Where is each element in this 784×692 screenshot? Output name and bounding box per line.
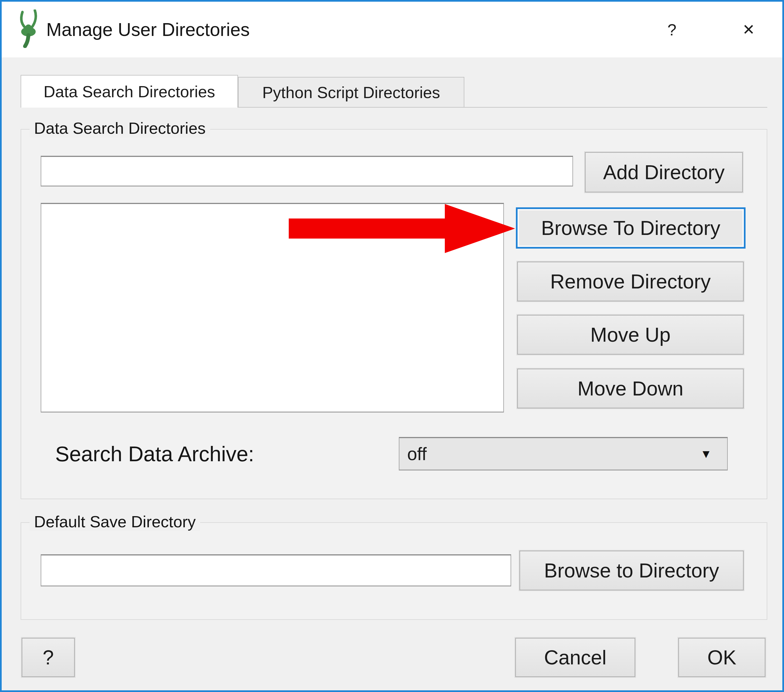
window-close-button[interactable]: ✕ <box>729 2 768 58</box>
cancel-button[interactable]: Cancel <box>516 638 635 677</box>
tabbar-baseline <box>464 107 767 107</box>
tab-data-search-directories[interactable]: Data Search Directories <box>21 75 238 107</box>
directory-path-input[interactable] <box>41 156 573 186</box>
ok-button[interactable]: OK <box>679 638 765 677</box>
red-arrow-icon <box>284 200 518 257</box>
titlebar: Manage User Directories ? ✕ <box>2 2 782 58</box>
default-save-group-title: Default Save Directory <box>30 512 200 531</box>
remove-directory-button[interactable]: Remove Directory <box>517 262 744 301</box>
search-data-archive-label: Search Data Archive: <box>55 437 254 471</box>
move-down-button[interactable]: Move Down <box>517 369 744 408</box>
window-title: Manage User Directories <box>46 2 250 58</box>
mantid-logo-icon <box>16 10 41 48</box>
dropdown-selected-value: off <box>407 444 700 464</box>
window-help-button[interactable]: ? <box>657 2 687 58</box>
browse-to-directory-save-button[interactable]: Browse to Directory <box>519 551 744 590</box>
data-search-group-title: Data Search Directories <box>30 119 210 137</box>
search-data-archive-dropdown[interactable]: off ▼ <box>399 437 728 470</box>
chevron-down-icon: ▼ <box>700 447 712 461</box>
move-up-button[interactable]: Move Up <box>517 315 744 354</box>
default-save-directory-input[interactable] <box>41 554 511 587</box>
add-directory-button[interactable]: Add Directory <box>585 152 743 192</box>
browse-to-directory-button[interactable]: Browse To Directory <box>516 208 746 249</box>
tab-python-script-directories[interactable]: Python Script Directories <box>238 77 464 107</box>
manage-user-directories-dialog: Manage User Directories ? ✕ Data Search … <box>0 0 784 692</box>
dialog-help-button[interactable]: ? <box>22 638 75 677</box>
